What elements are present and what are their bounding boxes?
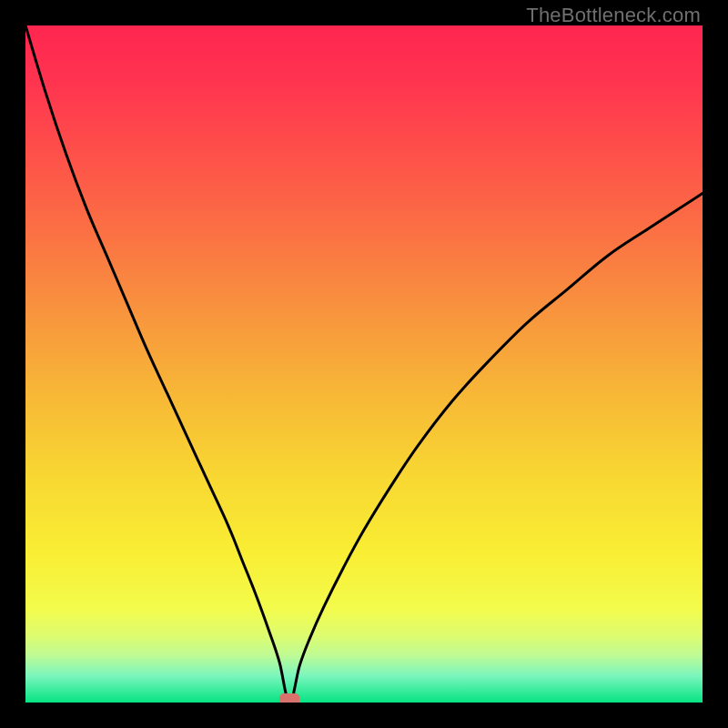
plot-area [25, 25, 703, 703]
gradient-background [25, 25, 703, 703]
plot-svg [25, 25, 703, 703]
chart-frame: TheBottleneck.com [0, 0, 728, 728]
watermark-text: TheBottleneck.com [526, 4, 701, 27]
vertex-marker [279, 693, 299, 703]
